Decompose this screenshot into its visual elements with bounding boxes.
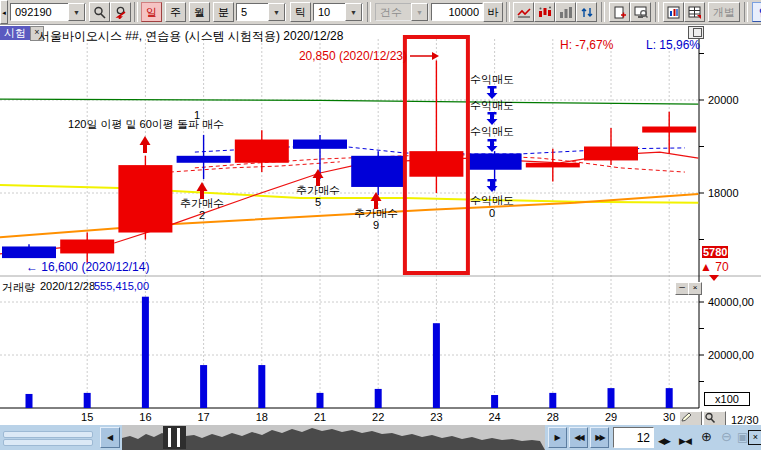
search-back-button[interactable] <box>110 2 131 22</box>
bar-button[interactable]: 바 <box>483 2 503 22</box>
indicator-chart-button[interactable] <box>663 2 684 22</box>
volume-bar <box>549 393 556 408</box>
minimize-pane-icon[interactable]: ─ <box>675 282 689 295</box>
minute-combo[interactable]: 5 ▼ <box>236 3 286 21</box>
candle-chart-type-button[interactable] <box>534 2 555 22</box>
page-number-input[interactable] <box>613 427 654 448</box>
jump-start-button[interactable]: ◀◀ <box>569 427 588 448</box>
period-minute-button[interactable]: 분 <box>213 2 234 22</box>
period-day-button[interactable]: 일 <box>141 2 162 22</box>
volume-bar <box>258 365 265 408</box>
candle-body <box>118 165 172 232</box>
candle-body <box>2 246 56 258</box>
search-button[interactable] <box>89 2 110 22</box>
collapse-icon: ◂ <box>2 9 6 16</box>
chart-toolbar: ◂ 092190 ▼ 일 주 월 분 5 ▼ 틱 10 ▼ <box>0 0 761 25</box>
sell-arrow-icon <box>487 186 498 192</box>
navigator-grip[interactable] <box>0 425 97 450</box>
high-price-marker: 20,850 (2020/12/23) <box>299 49 407 63</box>
buy-signal-count: 1 <box>187 109 207 121</box>
left-triangle-icon: ◀ <box>107 433 113 442</box>
chevron-down-icon[interactable]: ▼ <box>268 3 285 21</box>
navigator-minimap[interactable] <box>122 425 545 450</box>
x-axis-label: 18 <box>252 411 272 423</box>
x-axis-label: 21 <box>310 411 330 423</box>
close-pane-icon[interactable]: × <box>688 282 702 295</box>
bar-chart-type-button[interactable] <box>555 2 576 22</box>
volume-bar <box>142 297 149 408</box>
volume-unit-label: x100 <box>704 392 750 406</box>
contract-range-icon[interactable]: ▶◀ <box>679 432 691 450</box>
volume-bar <box>200 365 207 408</box>
buy-signal-count: 2 <box>192 209 212 221</box>
bar-count-input[interactable] <box>431 3 483 21</box>
volume-pane-date: 2020/12/28 <box>40 280 95 292</box>
price-chart-panel: 시험× 서울바이오시스 ##, 연습용 (시스템 시험적용) 2020/12/2… <box>0 25 761 425</box>
new-document-button[interactable] <box>609 2 630 22</box>
low-price-marker: ← 16,600 (2020/12/14) <box>26 260 149 274</box>
grid-view-button[interactable] <box>684 2 705 22</box>
close-navigator-icon[interactable]: × <box>748 430 761 445</box>
x-axis-label: 29 <box>601 411 621 423</box>
upload-button[interactable]: 업로 <box>752 2 761 22</box>
chevron-down-icon[interactable]: ▼ <box>68 3 85 21</box>
tick-combo[interactable]: 10 ▼ <box>313 3 363 21</box>
volume-bar <box>26 394 33 408</box>
magnifier-icon <box>704 412 716 424</box>
current-price-badge: 5780 <box>702 246 728 258</box>
zoom-in-icon[interactable]: ⊕ <box>701 428 712 446</box>
line-chart-type-button[interactable] <box>513 2 534 22</box>
volume-bar <box>84 393 91 408</box>
search-icon <box>93 6 106 19</box>
candle-body <box>177 156 231 163</box>
buy-signal-count: 9 <box>366 219 386 231</box>
minute-value: 5 <box>237 6 251 18</box>
price-change-label: ▲ 70 <box>700 260 729 274</box>
jump-end-button[interactable]: ▶▶ <box>590 427 609 448</box>
fit-view-icon[interactable]: ▣ <box>737 428 748 446</box>
buy-arrow-icon <box>313 169 324 178</box>
x-axis-label: 30 <box>659 411 679 423</box>
step-forward-button[interactable]: ▶ <box>548 427 567 448</box>
volume-axis-label: 40000,00 <box>708 296 754 308</box>
count-label: 건수 <box>376 5 406 20</box>
candle-chart-icon <box>538 6 552 19</box>
sell-signal-label: 수익매도 <box>458 98 526 113</box>
strategy-tab-label[interactable]: 시험 <box>0 26 30 40</box>
x-axis-label: 23 <box>426 411 446 423</box>
chevron-down-icon[interactable]: ▼ <box>345 3 362 21</box>
candle-body <box>409 151 463 177</box>
candle-body <box>351 156 405 187</box>
period-month-button[interactable]: 월 <box>189 2 210 22</box>
period-week-button[interactable]: 주 <box>165 2 186 22</box>
volume-pane-label: 거래량 <box>2 280 35 295</box>
expand-range-icon[interactable]: ◀▶ <box>658 432 670 450</box>
sell-arrow-icon <box>490 112 494 120</box>
collapse-button[interactable]: ◂ <box>0 0 8 24</box>
low-price-text: 16,600 (2020/12/14) <box>41 260 149 274</box>
chart-title: 서울바이오시스 ##, 연습용 (시스템 시험적용) 2020/12/28 <box>38 28 343 45</box>
period-tick-button[interactable]: 틱 <box>290 2 311 22</box>
sell-arrow-icon <box>490 139 494 147</box>
time-navigator: ◀ ▶ ◀◀ ▶▶ ◀▶ ▶◀ ⊕ ⊖ ▣ × <box>0 425 761 450</box>
stock-code-value: 092190 <box>11 6 56 18</box>
envelope-lower-line <box>170 162 340 172</box>
stock-code-combo[interactable]: 092190 ▼ <box>10 3 86 21</box>
sort-updown-button[interactable] <box>576 2 597 22</box>
sell-signal-label: 수익매도 <box>458 193 526 208</box>
document-icon <box>613 6 627 19</box>
volume-bar <box>666 388 673 408</box>
maximize-panel-icon[interactable] <box>688 26 704 39</box>
scroll-left-button[interactable]: ◀ <box>100 427 120 448</box>
sell-arrow-icon <box>490 86 494 94</box>
hts-chart-window: ◂ 092190 ▼ 일 주 월 분 5 ▼ 틱 10 ▼ <box>0 0 761 450</box>
play-icon: ▶ <box>554 433 560 442</box>
fast-forward-icon: ▶▶ <box>595 433 603 442</box>
high-percent-label: H: -7,67% <box>560 38 613 52</box>
x-axis-label: 15 <box>77 411 97 423</box>
candle-body <box>526 163 580 168</box>
navigator-slider-handle[interactable] <box>163 426 186 449</box>
buy-arrow-icon <box>197 182 208 191</box>
screen-search-button[interactable] <box>630 2 651 22</box>
zoom-out-icon[interactable]: ⊖ <box>721 428 732 446</box>
